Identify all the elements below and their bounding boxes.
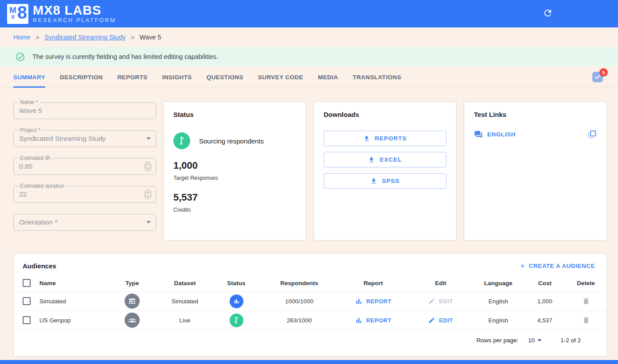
forum-chat-icon bbox=[474, 130, 483, 139]
col-header-type: Type bbox=[106, 280, 158, 287]
test-link-english[interactable]: ENGLISH bbox=[474, 130, 516, 139]
edit-label: EDIT bbox=[439, 317, 453, 324]
download-spss-button[interactable]: SPSS bbox=[324, 173, 446, 189]
download-icon bbox=[368, 156, 375, 163]
select-all-checkbox[interactable] bbox=[23, 279, 31, 287]
logo-mark-x: x bbox=[11, 13, 15, 20]
audience-name: US Genpop bbox=[39, 317, 106, 324]
number-spinner-icon[interactable] bbox=[145, 162, 151, 171]
orientation-select-wrap[interactable]: Orientation * bbox=[13, 214, 156, 231]
bar-chart-icon bbox=[355, 317, 363, 324]
dropdown-arrow-icon bbox=[146, 137, 151, 140]
table-row-us-genpop: US Genpop Live 263/1000 REPORT bbox=[14, 310, 606, 329]
download-spss-label: SPSS bbox=[382, 178, 399, 184]
estimated-duration-field-wrap: Estimated duration bbox=[13, 186, 156, 203]
footer-bar bbox=[0, 360, 618, 364]
rows-per-page-value: 10 bbox=[528, 337, 535, 344]
banner-message: The survey is curently fielding and has … bbox=[32, 53, 218, 60]
col-header-status: Status bbox=[211, 280, 261, 287]
status-banner: The survey is curently fielding and has … bbox=[0, 47, 618, 66]
col-header-dataset: Dataset bbox=[158, 280, 211, 287]
wave-form: Name * Project * Syndicated Streaming St… bbox=[13, 101, 156, 242]
tab-reports[interactable]: REPORTS bbox=[117, 66, 148, 88]
copy-link-button[interactable] bbox=[587, 130, 597, 139]
dropdown-arrow-icon bbox=[146, 221, 151, 224]
audiences-table-header: Name Type Dataset Status Respondents Rep… bbox=[14, 275, 606, 291]
trash-icon bbox=[582, 316, 590, 324]
sourcing-person-icon bbox=[173, 132, 190, 149]
audiences-title: Audiences bbox=[23, 262, 56, 270]
logo-text: MX8 LABS RESEARCH PLATFORM bbox=[33, 4, 116, 23]
status-card-title: Status bbox=[173, 111, 296, 118]
bar-chart-status-icon bbox=[230, 294, 243, 308]
estimated-ir-field[interactable] bbox=[19, 163, 150, 170]
estimated-duration-label: Estimated duration bbox=[18, 183, 66, 189]
tab-summary[interactable]: SUMMARY bbox=[13, 66, 45, 88]
audience-dataset: Simulated bbox=[158, 298, 211, 305]
refresh-icon bbox=[543, 8, 553, 19]
name-field[interactable] bbox=[19, 107, 150, 115]
tab-media[interactable]: MEDIA bbox=[318, 66, 338, 88]
estimated-ir-field-wrap: Estimated IR bbox=[13, 158, 156, 175]
estimated-ir-label: Estimated IR bbox=[18, 155, 52, 161]
refresh-button[interactable] bbox=[541, 7, 554, 20]
breadcrumb-separator: > bbox=[36, 34, 39, 41]
mx8-logo-mark: M x 8 bbox=[7, 4, 28, 24]
project-select-wrap[interactable]: Project * Syndicated Streaming Study bbox=[13, 130, 156, 147]
audience-cost: 4,537 bbox=[524, 317, 565, 324]
estimated-duration-field[interactable] bbox=[19, 190, 150, 198]
col-header-respondents: Respondents bbox=[261, 280, 337, 287]
groups-icon bbox=[125, 313, 140, 328]
report-label: REPORT bbox=[366, 317, 391, 324]
pencil-icon bbox=[428, 317, 435, 324]
delete-button[interactable] bbox=[581, 296, 591, 306]
download-excel-label: EXCEL bbox=[379, 156, 402, 163]
tab-bar: SUMMARY DESCRIPTION REPORTS INSIGHTS QUE… bbox=[0, 66, 618, 88]
number-spinner-icon[interactable] bbox=[145, 190, 151, 199]
download-icon bbox=[370, 178, 377, 185]
create-audience-button[interactable]: + CREATE A AUDIENCE bbox=[520, 262, 595, 270]
download-excel-button[interactable]: EXCEL bbox=[324, 152, 446, 167]
edit-button-disabled: EDIT bbox=[428, 298, 453, 305]
test-link-label: ENGLISH bbox=[487, 131, 516, 138]
row-checkbox[interactable] bbox=[23, 316, 31, 324]
breadcrumb-link-home[interactable]: Home bbox=[13, 34, 31, 41]
download-reports-button[interactable]: REPORTS bbox=[324, 131, 446, 146]
download-icon bbox=[363, 135, 370, 142]
create-audience-label: CREATE A AUDIENCE bbox=[529, 263, 595, 269]
pencil-icon bbox=[428, 298, 435, 305]
table-row-simulated: Simulated Simulated 1000/1000 REPORT bbox=[14, 291, 606, 310]
status-label: Sourcing respondents bbox=[199, 137, 264, 145]
col-header-language: Language bbox=[472, 280, 524, 287]
notifications-button[interactable]: 5 bbox=[592, 70, 604, 81]
dropdown-arrow-icon bbox=[537, 339, 542, 342]
breadcrumb-link-study[interactable]: Syndicated Streaming Study bbox=[44, 34, 125, 41]
status-card: Status Sourcing respondents 1,000 Target… bbox=[163, 101, 306, 240]
sourcing-person-icon bbox=[230, 314, 243, 327]
audience-language: English bbox=[472, 317, 524, 324]
delete-button[interactable] bbox=[581, 315, 591, 325]
rows-per-page-select[interactable]: 10 bbox=[528, 337, 542, 344]
audience-respondents: 263/1000 bbox=[261, 317, 337, 324]
tab-questions[interactable]: QUESTIONS bbox=[207, 66, 243, 88]
tab-translations[interactable]: TRANSLATIONS bbox=[353, 66, 402, 88]
rows-per-page-label: Rows per page: bbox=[477, 337, 519, 344]
audience-language: English bbox=[472, 298, 524, 305]
audiences-card: Audiences + CREATE A AUDIENCE Name Type … bbox=[13, 253, 607, 356]
report-button[interactable]: REPORT bbox=[355, 317, 391, 324]
tab-survey-code[interactable]: SURVEY CODE bbox=[258, 66, 303, 88]
target-responses-label: Target Responses bbox=[173, 175, 296, 181]
name-field-label: Name * bbox=[18, 99, 39, 105]
audience-dataset: Live bbox=[158, 317, 211, 324]
logo-subtitle: RESEARCH PLATFORM bbox=[33, 18, 116, 23]
report-button[interactable]: REPORT bbox=[355, 298, 391, 305]
project-select-label: Project * bbox=[18, 127, 42, 133]
mx8-logo[interactable]: M x 8 MX8 LABS RESEARCH PLATFORM bbox=[7, 4, 116, 24]
tab-insights[interactable]: INSIGHTS bbox=[162, 66, 192, 88]
edit-button[interactable]: EDIT bbox=[428, 317, 453, 324]
tab-description[interactable]: DESCRIPTION bbox=[60, 66, 103, 88]
row-checkbox[interactable] bbox=[23, 297, 31, 305]
download-reports-label: REPORTS bbox=[375, 135, 407, 142]
report-label: REPORT bbox=[366, 298, 391, 305]
check-circle-icon bbox=[15, 52, 25, 62]
